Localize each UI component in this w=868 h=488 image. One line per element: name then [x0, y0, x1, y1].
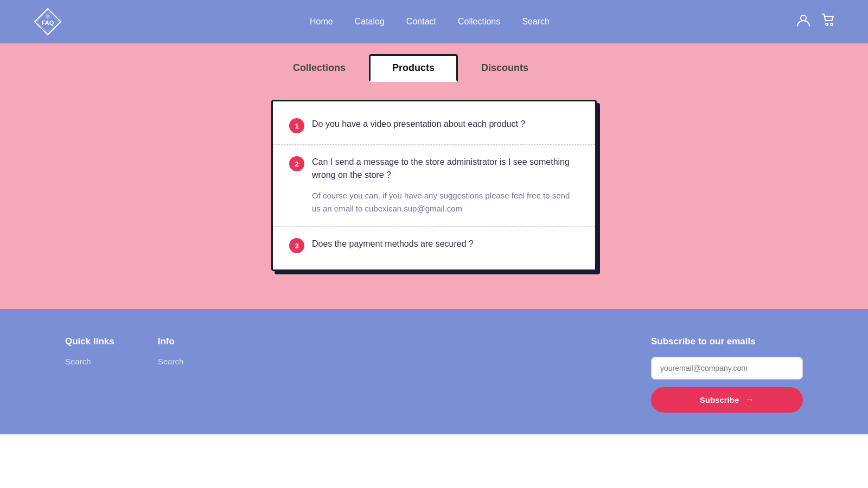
tab-collections[interactable]: Collections — [270, 54, 369, 82]
footer-quick-links-heading: Quick links — [65, 336, 114, 347]
nav-catalog[interactable]: Catalog — [355, 17, 385, 27]
faq-item-1[interactable]: 1 Do you have a video presentation about… — [273, 107, 595, 145]
faq-question-1: 1 Do you have a video presentation about… — [289, 118, 579, 133]
subscribe-label: Subscribe — [700, 395, 739, 404]
tab-discounts[interactable]: Discounts — [458, 54, 552, 82]
svg-text:FAQ: FAQ — [42, 20, 54, 26]
faq-section: Collections Products Discounts 1 Do you … — [271, 84, 597, 271]
site-header: FAQ Home Catalog Contact Collections Sea… — [0, 0, 868, 43]
tab-products[interactable]: Products — [369, 54, 458, 82]
faq-number-3: 3 — [289, 238, 304, 253]
svg-point-3 — [46, 14, 50, 18]
nav-contact[interactable]: Contact — [406, 17, 436, 27]
footer-info-search[interactable]: Search — [158, 357, 184, 366]
tab-bar: Collections Products Discounts — [270, 54, 552, 82]
faq-card: 1 Do you have a video presentation about… — [271, 100, 597, 271]
faq-question-text-3: Does the payment methods are secured ? — [312, 237, 474, 251]
footer-subscribe: Subscribe to our emails Subscribe → — [651, 336, 803, 413]
subscribe-button[interactable]: Subscribe → — [651, 387, 803, 413]
site-footer: Quick links Search Info Search Subscribe… — [0, 309, 868, 434]
header-icons — [796, 13, 835, 30]
email-input[interactable] — [651, 357, 803, 380]
logo-icon: FAQ — [33, 7, 63, 37]
faq-number-2: 2 — [289, 156, 304, 171]
faq-item-2[interactable]: 2 Can I send a message to the store admi… — [273, 145, 595, 227]
svg-point-6 — [831, 23, 833, 25]
faq-item-3[interactable]: 3 Does the payment methods are secured ? — [273, 227, 595, 264]
footer-info: Info Search — [158, 336, 184, 370]
faq-question-2: 2 Can I send a message to the store admi… — [289, 156, 579, 182]
footer-subscribe-heading: Subscribe to our emails — [651, 336, 756, 347]
footer-info-heading: Info — [158, 336, 184, 347]
cart-icon[interactable] — [821, 13, 835, 30]
faq-answer-2: Of course you can, if you have any sugge… — [312, 189, 579, 215]
user-icon[interactable] — [796, 13, 810, 30]
main-content: Collections Products Discounts 1 Do you … — [0, 43, 868, 309]
logo[interactable]: FAQ — [33, 7, 63, 37]
faq-question-3: 3 Does the payment methods are secured ? — [289, 237, 579, 253]
nav-search[interactable]: Search — [522, 17, 550, 27]
footer-links: Quick links Search Info Search — [65, 336, 183, 370]
footer-quick-links-search[interactable]: Search — [65, 357, 114, 366]
faq-list: 1 Do you have a video presentation about… — [273, 101, 595, 269]
svg-point-5 — [826, 23, 828, 25]
svg-point-4 — [801, 15, 806, 21]
footer-quick-links: Quick links Search — [65, 336, 114, 370]
faq-number-1: 1 — [289, 118, 304, 133]
faq-question-text-1: Do you have a video presentation about e… — [312, 118, 525, 131]
nav-collections[interactable]: Collections — [458, 17, 500, 27]
nav-home[interactable]: Home — [310, 17, 333, 27]
main-nav: Home Catalog Contact Collections Search — [310, 17, 550, 27]
arrow-icon: → — [744, 394, 754, 406]
faq-question-text-2: Can I send a message to the store admini… — [312, 156, 579, 182]
